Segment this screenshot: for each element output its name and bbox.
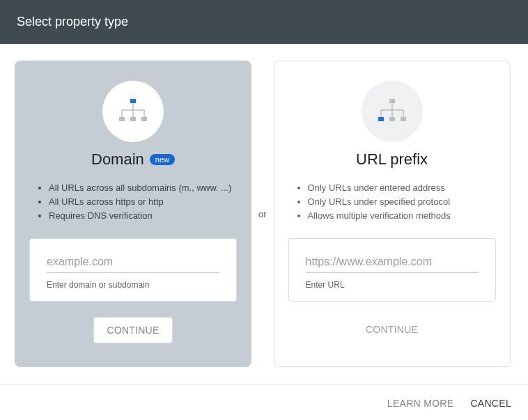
new-badge: new [150, 154, 175, 165]
svg-rect-2 [130, 117, 136, 121]
url-feature-list: Only URLs under entered address Only URL… [288, 181, 496, 223]
dialog-content: Domain new All URLs across all subdomain… [0, 44, 528, 367]
domain-card[interactable]: Domain new All URLs across all subdomain… [15, 61, 251, 367]
dialog-header: Select property type [0, 0, 528, 44]
domain-title-row: Domain new [91, 150, 175, 169]
list-item: All URLs across https or http [49, 195, 237, 209]
cancel-button[interactable]: CANCEL [470, 398, 511, 409]
svg-rect-11 [389, 117, 395, 121]
domain-input[interactable] [47, 253, 219, 273]
domain-card-title: Domain [91, 150, 144, 169]
svg-rect-1 [119, 117, 125, 121]
list-item: Requires DNS verification [49, 209, 237, 223]
url-title-row: URL prefix [356, 150, 428, 169]
dialog-title: Select property type [17, 15, 128, 29]
svg-rect-3 [141, 117, 147, 121]
url-input[interactable] [306, 253, 479, 273]
domain-feature-list: All URLs across all subdomains (m., www.… [29, 181, 237, 223]
sitemap-icon [375, 96, 409, 127]
learn-more-button[interactable]: LEARN MORE [387, 398, 454, 409]
dialog-footer: LEARN MORE CANCEL [0, 384, 528, 420]
domain-input-hint: Enter domain or subdomain [47, 280, 219, 290]
svg-rect-12 [401, 117, 406, 121]
list-item: All URLs across all subdomains (m., www.… [49, 181, 237, 195]
sitemap-icon [116, 96, 150, 127]
or-separator: or [251, 209, 274, 219]
url-card-title: URL prefix [356, 150, 428, 169]
domain-icon-circle [102, 81, 164, 142]
svg-rect-9 [389, 99, 395, 103]
url-continue-button[interactable]: CONTINUE [353, 317, 430, 342]
url-input-box: Enter URL [288, 238, 496, 302]
list-item: Only URLs under specified protocol [308, 195, 496, 209]
url-input-hint: Enter URL [306, 280, 479, 290]
domain-continue-button[interactable]: CONTINUE [93, 317, 172, 343]
list-item: Allows multiple verification methods [308, 209, 496, 223]
svg-rect-0 [130, 99, 136, 103]
list-item: Only URLs under entered address [308, 181, 496, 195]
svg-rect-10 [378, 117, 384, 121]
url-prefix-card[interactable]: URL prefix Only URLs under entered addre… [274, 61, 511, 367]
url-icon-circle [362, 81, 423, 142]
domain-input-box: Enter domain or subdomain [29, 238, 237, 302]
